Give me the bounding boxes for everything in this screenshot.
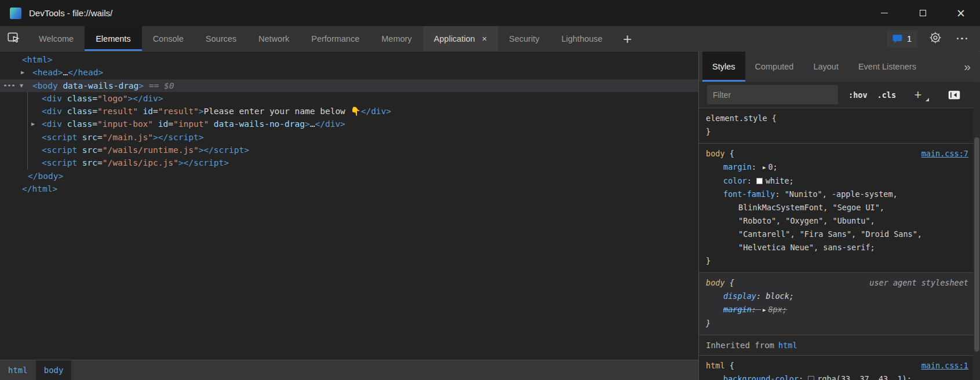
tab-security[interactable]: Security — [498, 26, 550, 51]
property-name[interactable]: display — [723, 291, 756, 301]
property-name[interactable]: margin — [723, 305, 752, 314]
rule-selector[interactable]: body — [706, 276, 725, 290]
tab-performance[interactable]: Performance — [300, 26, 370, 51]
inherited-target-link[interactable]: html — [778, 341, 797, 350]
tab-elements[interactable]: Elements — [85, 26, 141, 51]
expand-value-icon[interactable]: ▶ — [763, 161, 766, 174]
add-tab-button[interactable]: + — [614, 26, 642, 51]
code-token: "/wails/runtime.js" — [103, 145, 199, 155]
css-property-line[interactable]: font-family: "Nunito", -apple-system, — [706, 188, 980, 201]
window-title: DevTools - file://wails/ — [29, 8, 112, 18]
dom-tree-node[interactable]: ▶<div class="input-box" id="input" data-… — [0, 118, 698, 130]
devtools-logo-icon — [10, 8, 21, 19]
element-class-toggle[interactable]: .cls — [877, 90, 897, 100]
tab-label: Security — [509, 34, 539, 43]
property-name[interactable]: background-color — [723, 374, 799, 380]
dom-tree-node[interactable]: <div class="logo"></div> — [0, 92, 698, 105]
scrollbar-thumb[interactable] — [974, 137, 979, 352]
close-button[interactable]: × — [942, 0, 980, 26]
code-token: "result" — [97, 107, 138, 116]
sidebar-tab-styles[interactable]: Styles — [702, 52, 745, 82]
tab-lighthouse[interactable]: Lighthouse — [551, 26, 614, 51]
tab-application[interactable]: Application× — [423, 26, 498, 51]
tab-label: Welcome — [39, 34, 74, 43]
property-value[interactable]: white; — [766, 176, 794, 185]
stylesheet-link[interactable]: main.css:1 — [921, 359, 968, 372]
close-tab-icon[interactable]: × — [482, 34, 487, 43]
color-swatch[interactable] — [808, 376, 814, 380]
style-rules: element.style {}body {main.css:7margin: … — [699, 108, 980, 380]
breadcrumb-item-body[interactable]: body — [36, 360, 72, 380]
dom-tree-node[interactable]: ▼<body data-wails-drag> == $0 — [0, 79, 698, 92]
property-value[interactable]: 8px; — [768, 305, 787, 314]
tab-network[interactable]: Network — [247, 26, 300, 51]
styles-filter-input[interactable] — [707, 85, 838, 104]
settings-button[interactable] — [927, 30, 944, 48]
rule-selector-line[interactable]: body {user agent stylesheet — [706, 276, 980, 290]
css-property-line[interactable]: background-color: rgba(33, 37, 43, 1); — [706, 372, 980, 380]
property-value[interactable]: rgba(33, 37, 43, 1); — [817, 374, 912, 380]
computed-pane-toggle-button[interactable] — [948, 90, 960, 100]
new-style-rule-button[interactable]: + — [912, 89, 924, 101]
property-name[interactable]: color — [723, 176, 747, 185]
elements-panel: <html>▶<head>…</head>▼<body data-wails-d… — [0, 52, 698, 380]
style-rule-section: element.style {} — [699, 108, 980, 144]
rule-selector-line[interactable]: element.style { — [706, 112, 980, 125]
sidebar-tab-layout[interactable]: Layout — [803, 52, 848, 82]
dom-tree-node[interactable]: <script src="/main.js"></script> — [0, 131, 698, 144]
stylesheet-link[interactable]: main.css:7 — [921, 147, 968, 160]
minimize-button[interactable] — [865, 0, 904, 26]
collapse-arrow-icon[interactable]: ▼ — [20, 79, 23, 92]
dom-tree-node[interactable]: <html> — [0, 53, 698, 66]
color-swatch[interactable] — [756, 178, 763, 184]
rule-selector-line[interactable]: body {main.css:7 — [706, 147, 980, 160]
property-value[interactable]: block; — [766, 291, 794, 301]
breadcrumb-item-html[interactable]: html — [0, 360, 36, 380]
node-options-icon[interactable] — [4, 85, 14, 87]
sidebar-tab-computed[interactable]: Computed — [745, 52, 804, 82]
property-value[interactable]: 0; — [768, 162, 777, 171]
dom-tree-node[interactable]: </body> — [0, 170, 698, 182]
css-property-line[interactable]: margin: ▶0; — [706, 160, 980, 174]
dom-tree-node[interactable]: <script src="/wails/ipc.js"></script> — [0, 156, 698, 169]
expand-value-icon[interactable]: ▶ — [763, 304, 766, 317]
property-value-wrap: BlinkMacSystemFont, "Segoe UI", — [706, 201, 980, 214]
dom-tree-node[interactable]: </html> — [0, 182, 698, 195]
pseudo-state-toggle[interactable]: :hov — [848, 90, 868, 100]
styles-pane[interactable]: element.style {}body {main.css:7margin: … — [699, 108, 980, 380]
property-value[interactable]: "Nunito", -apple-system, — [785, 189, 898, 199]
dom-tree-node[interactable]: <script src="/wails/runtime.js"></script… — [0, 144, 698, 156]
property-colon: : — [775, 189, 784, 199]
dom-tree-node[interactable]: ▶<head>…</head> — [0, 66, 698, 79]
css-property-line[interactable]: margin: ▶8px; — [706, 303, 980, 317]
tab-console[interactable]: Console — [142, 26, 195, 51]
tab-sources[interactable]: Sources — [195, 26, 247, 51]
expand-arrow-icon[interactable]: ▶ — [31, 118, 35, 130]
property-colon: : — [799, 374, 808, 380]
rule-selector[interactable]: element.style — [706, 112, 767, 125]
property-name[interactable]: margin — [723, 162, 752, 171]
sidebar-tab-event-listeners[interactable]: Event Listeners — [848, 52, 926, 82]
dom-tree[interactable]: <html>▶<head>…</head>▼<body data-wails-d… — [0, 52, 698, 360]
code-token: src — [77, 158, 97, 167]
more-tabs-icon[interactable]: » — [964, 60, 971, 74]
css-property-line[interactable]: color: white; — [706, 174, 980, 188]
rule-selector[interactable]: html — [706, 359, 725, 372]
dom-tree-node[interactable]: <div class="result" id="result">Please e… — [0, 105, 698, 118]
style-rule-section: body {main.css:7margin: ▶0;color: white;… — [699, 144, 980, 273]
expand-arrow-icon[interactable]: ▶ — [21, 66, 24, 79]
css-property-line[interactable]: display: block; — [706, 290, 980, 303]
property-name[interactable]: font-family — [723, 189, 775, 199]
styles-scrollbar[interactable] — [973, 82, 980, 380]
open-brace: { — [725, 276, 734, 290]
inspect-element-button[interactable] — [0, 26, 28, 51]
tab-memory[interactable]: Memory — [370, 26, 422, 51]
code-token: "input-box" — [97, 119, 153, 129]
rule-selector-line[interactable]: html {main.css:1 — [706, 359, 980, 372]
feedback-button[interactable]: 1 — [887, 30, 917, 48]
tab-welcome[interactable]: Welcome — [28, 26, 85, 51]
maximize-button[interactable] — [904, 0, 942, 26]
more-options-button[interactable] — [953, 30, 971, 48]
rule-selector[interactable]: body — [706, 147, 725, 160]
devtools-window: DevTools - file://wails/ × WelcomeElemen… — [0, 0, 980, 380]
